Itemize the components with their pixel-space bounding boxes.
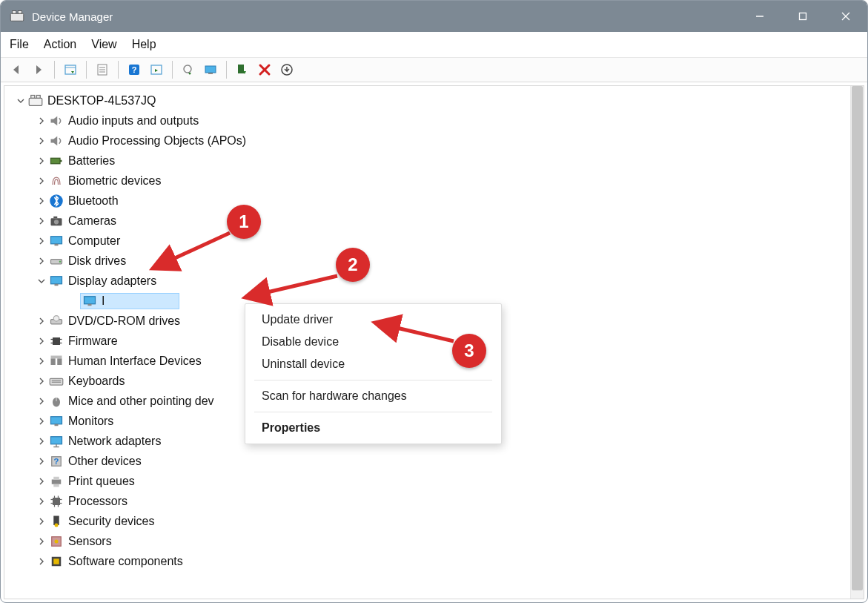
annotation-marker-3: 3 [452, 334, 486, 368]
svg-line-77 [248, 276, 337, 297]
svg-line-76 [156, 233, 230, 267]
svg-line-78 [378, 323, 454, 341]
annotation-marker-1: 1 [227, 205, 261, 239]
annotation-marker-2: 2 [336, 248, 370, 282]
annotation-arrows [0, 0, 868, 603]
